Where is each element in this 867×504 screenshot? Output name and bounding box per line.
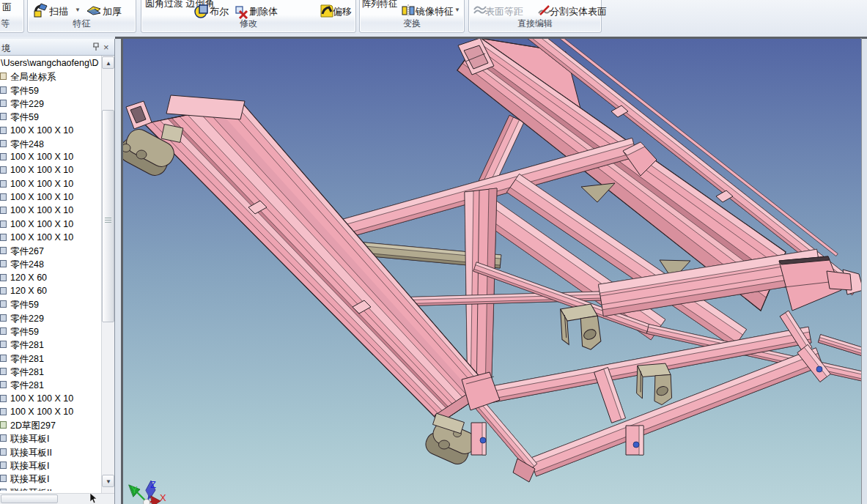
svg-text:Y: Y	[131, 484, 138, 495]
svg-text:Z: Z	[150, 479, 156, 490]
svg-text:X: X	[160, 492, 166, 503]
